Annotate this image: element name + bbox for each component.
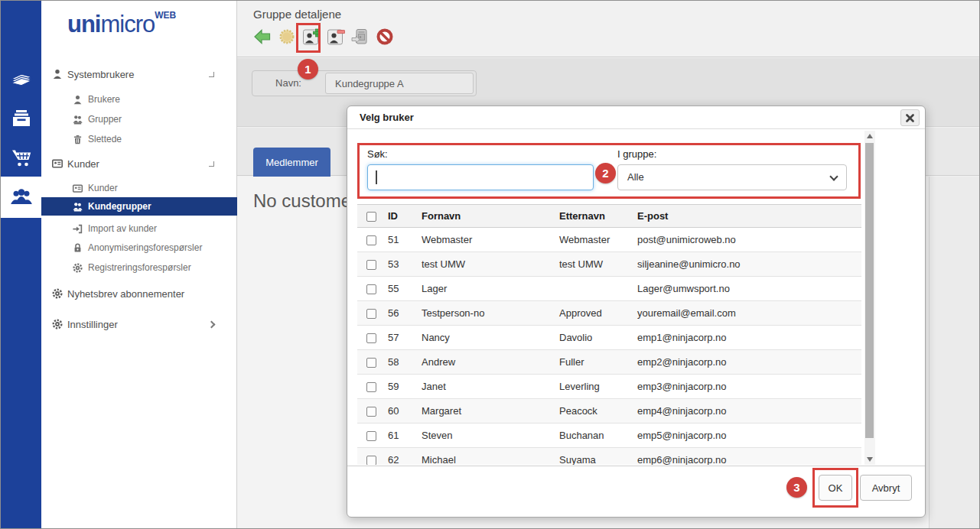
row-checkbox[interactable] bbox=[366, 358, 376, 368]
logo-part-micro: micro bbox=[101, 11, 155, 37]
sidebar-item-import-av-kunder[interactable]: Import av kunder bbox=[41, 219, 237, 238]
collapse-indicator-icon bbox=[209, 161, 214, 167]
export-icon bbox=[351, 28, 370, 46]
row-checkbox[interactable] bbox=[366, 309, 376, 319]
sidebar-item-label: Kunder bbox=[67, 158, 99, 170]
table-row[interactable]: 58AndrewFulleremp2@ninjacorp.no bbox=[357, 350, 861, 375]
tab-medlemmer[interactable]: Medlemmer bbox=[253, 148, 330, 177]
sidebar-item-slettede[interactable]: Slettede bbox=[41, 130, 237, 148]
dialog-title: Velg bruker bbox=[360, 106, 414, 129]
select-value: Alle bbox=[627, 165, 644, 190]
users-icon bbox=[72, 114, 83, 125]
app-logo[interactable]: unimicroWEB bbox=[67, 10, 176, 38]
rail-item-cart[interactable] bbox=[1, 138, 41, 178]
collapse-indicator-icon bbox=[209, 72, 214, 77]
name-field-group: Navn: Kundegruppe A bbox=[252, 70, 477, 96]
annotation-step-1: 1 bbox=[298, 59, 318, 80]
search-input[interactable] bbox=[367, 164, 594, 190]
sidebar-item-brukere[interactable]: Brukere bbox=[41, 90, 237, 109]
name-field-value[interactable]: Kundegruppe A bbox=[325, 73, 474, 94]
sidebar-item-grupper[interactable]: Grupper bbox=[41, 110, 237, 128]
dialog-header: Velg bruker bbox=[347, 106, 925, 129]
sidebar-item-anonymiseringsforesporsler[interactable]: Anonymiseringsforespørsler bbox=[41, 239, 237, 257]
column-header-id: ID bbox=[388, 205, 422, 228]
table-row[interactable]: 57NancyDavolioemp1@ninjacorp.no bbox=[357, 326, 861, 350]
row-checkbox[interactable] bbox=[366, 235, 376, 245]
annotation-step-2: 2 bbox=[595, 163, 616, 183]
card-icon bbox=[72, 183, 83, 194]
row-checkbox[interactable] bbox=[366, 382, 376, 392]
toolbar bbox=[252, 27, 395, 47]
sidebar-item-label: Kunder bbox=[88, 183, 118, 193]
sidebar-item-kundegrupper[interactable]: Kundegrupper bbox=[41, 197, 237, 216]
sidebar-item-label: Anonymiseringsforespørsler bbox=[88, 242, 202, 253]
documents-icon bbox=[9, 65, 34, 89]
scrollbar-thumb[interactable] bbox=[865, 143, 874, 438]
sidebar-item-label: Nyhetsbrev abonnementer bbox=[67, 288, 184, 300]
logo-part-web: WEB bbox=[155, 10, 176, 21]
sidebar-item-label: Slettede bbox=[88, 134, 122, 144]
import-icon bbox=[72, 223, 83, 235]
gear-icon bbox=[51, 287, 63, 300]
close-button[interactable] bbox=[900, 109, 920, 126]
table-row[interactable]: 59JanetLeverlingemp3@ninjacorp.no bbox=[357, 375, 861, 399]
table-row[interactable]: 60MargaretPeacockemp4@ninjacorp.no bbox=[357, 399, 861, 424]
add-user-button[interactable] bbox=[301, 27, 321, 47]
sidebar-item-innstillinger[interactable]: Innstillinger bbox=[41, 315, 237, 333]
users-icon bbox=[72, 201, 83, 213]
group-filter-select[interactable]: Alle bbox=[617, 164, 847, 190]
badge-button[interactable] bbox=[277, 27, 297, 47]
velg-bruker-dialog: Velg bruker Søk: 2 I gruppe: Alle ID For… bbox=[347, 105, 926, 518]
block-icon bbox=[376, 28, 394, 46]
back-button[interactable] bbox=[252, 27, 272, 47]
chevron-down-icon bbox=[829, 172, 838, 180]
table-row[interactable]: 55LagerLager@umwsport.no bbox=[357, 277, 861, 301]
content-right-margin bbox=[930, 177, 979, 528]
table-row[interactable]: 62MichaelSuyamaemp6@ninjacorp.no bbox=[357, 448, 861, 466]
table-header-row: ID Fornavn Etternavn E-post bbox=[357, 205, 861, 228]
cancel-button[interactable]: Avbryt bbox=[860, 475, 912, 501]
annotation-step-3: 3 bbox=[786, 477, 807, 498]
sidebar-item-nyhetsbrev[interactable]: Nyhetsbrev abonnementer bbox=[41, 284, 237, 303]
column-header-etternavn: Etternavn bbox=[559, 205, 637, 228]
back-arrow-icon bbox=[253, 28, 272, 46]
table-row[interactable]: 51WebmasterWebmasterpost@unimicroweb.no bbox=[357, 228, 861, 252]
sidebar-item-label: Import av kunder bbox=[88, 223, 157, 234]
row-checkbox[interactable] bbox=[366, 407, 376, 417]
scroll-up-icon[interactable] bbox=[867, 134, 873, 138]
rail-item-archive[interactable] bbox=[1, 98, 41, 138]
user-icon bbox=[51, 68, 63, 80]
export-button[interactable] bbox=[350, 27, 370, 47]
row-checkbox[interactable] bbox=[366, 431, 376, 441]
table-row[interactable]: 56Testperson-noApprovedyouremail@email.c… bbox=[357, 301, 861, 326]
sidebar-item-label: Registreringsforespørsler bbox=[88, 262, 191, 273]
table-row[interactable]: 53test UMWtest UMWsiljeanine@unimicro.no bbox=[357, 252, 861, 277]
trash-icon bbox=[72, 134, 83, 145]
cart-icon bbox=[10, 147, 33, 170]
rail-item-people[interactable] bbox=[1, 177, 41, 218]
sidebar-item-registreringsforesporsler[interactable]: Registreringsforespørsler bbox=[41, 258, 237, 277]
ok-button[interactable]: OK bbox=[819, 475, 852, 501]
sidebar-item-kunder[interactable]: Kunder bbox=[41, 154, 237, 173]
sidebar-item-label: Systembrukere bbox=[67, 69, 134, 80]
select-all-checkbox[interactable] bbox=[366, 212, 376, 222]
remove-user-button[interactable] bbox=[326, 27, 346, 47]
rail-item-documents[interactable] bbox=[1, 57, 41, 97]
sidebar-item-systembrukere[interactable]: Systembrukere bbox=[41, 65, 237, 83]
row-checkbox[interactable] bbox=[366, 456, 376, 465]
row-checkbox[interactable] bbox=[366, 333, 376, 343]
column-header-epost: E-post bbox=[637, 205, 861, 228]
row-checkbox[interactable] bbox=[366, 284, 376, 294]
sidebar-item-kunder-sub[interactable]: Kunder bbox=[41, 179, 237, 197]
sidebar-item-label: Brukere bbox=[88, 94, 120, 105]
table-row[interactable]: 61StevenBuchananemp5@ninjacorp.no bbox=[357, 424, 861, 448]
search-label: Søk: bbox=[367, 148, 388, 160]
gear-icon bbox=[72, 262, 83, 274]
scroll-down-icon[interactable] bbox=[867, 457, 873, 462]
people-icon bbox=[9, 185, 34, 209]
empty-state-text: No customer bbox=[253, 190, 357, 212]
row-checkbox[interactable] bbox=[366, 260, 376, 270]
block-button[interactable] bbox=[375, 27, 395, 47]
group-filter-label: I gruppe: bbox=[617, 148, 656, 160]
application-window: unimicroWEB Systembrukere Brukere Gruppe… bbox=[0, 0, 980, 529]
